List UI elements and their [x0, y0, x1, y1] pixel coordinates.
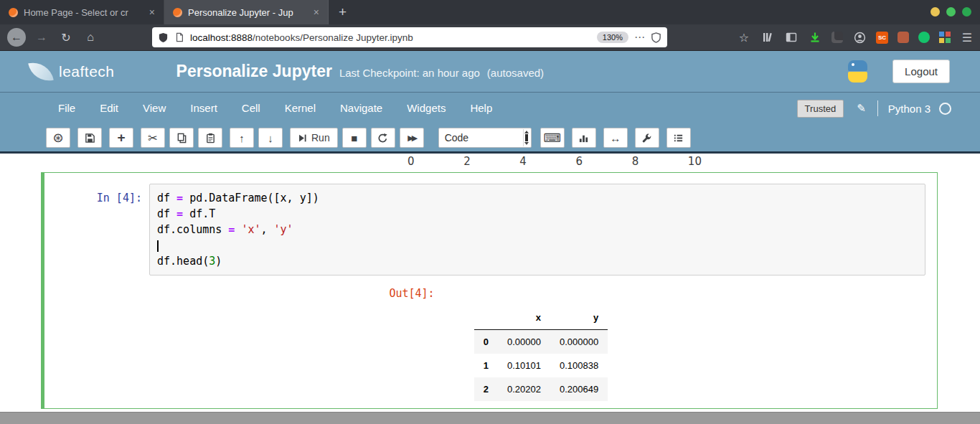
move-cell-down-button[interactable]: ↓: [258, 128, 283, 148]
extension-dark-icon[interactable]: [831, 32, 843, 43]
plot-x-axis-ticks: 0246810: [407, 155, 702, 168]
brand-name: leaftech: [59, 63, 115, 80]
extension-icon[interactable]: [897, 32, 909, 43]
code-line: df.head(3): [157, 253, 918, 269]
cut-cell-button[interactable]: ✂: [141, 128, 165, 148]
browser-nav-toolbar: ← → ↻ ⌂ localhost:8888/notebooks/Persona…: [0, 24, 980, 51]
add-cell-button[interactable]: +: [109, 128, 133, 148]
address-bar[interactable]: localhost:8888/notebooks/Personalize Jup…: [152, 27, 667, 47]
library-icon[interactable]: [760, 30, 775, 44]
hamburger-menu-icon[interactable]: ☰: [960, 30, 974, 44]
table-cell: 0.200649: [550, 377, 608, 401]
axis-tick: 4: [519, 155, 527, 168]
table-header-row: xy: [474, 306, 608, 330]
restart-kernel-button[interactable]: [371, 128, 395, 148]
browser-tab-bar: Home Page - Select or cr × Personalize J…: [0, 0, 980, 24]
menu-kernel[interactable]: Kernel: [273, 93, 328, 124]
jupyter-header: leaftech Personalize Jupyter Last Checkp…: [0, 51, 980, 93]
star-icon[interactable]: ☆: [737, 30, 751, 44]
autosave-status: (autosaved): [487, 67, 544, 79]
code-line: df.columns = 'x', 'y': [157, 222, 918, 237]
interrupt-kernel-button[interactable]: ■: [342, 128, 367, 148]
page-info-icon[interactable]: [174, 32, 184, 42]
paste-cell-button[interactable]: [198, 128, 222, 148]
menu-insert[interactable]: Insert: [178, 93, 230, 124]
tab-title: Personalize Jupyter - Jup: [188, 7, 306, 18]
trusted-button[interactable]: Trusted: [797, 100, 844, 118]
table-row: 00.000000.000000: [474, 330, 608, 354]
extension-sc-icon[interactable]: SC: [876, 32, 888, 44]
window-minimize-button[interactable]: [930, 7, 940, 17]
chart-extension-button[interactable]: [572, 128, 596, 148]
run-play-icon: [298, 133, 307, 143]
code-editor[interactable]: df = pd.DataFrame([x, y])df = df.Tdf.col…: [149, 184, 925, 275]
save-button[interactable]: [77, 128, 102, 148]
apps-grid-icon[interactable]: [939, 32, 951, 43]
brand-logo[interactable]: leaftech: [30, 61, 115, 83]
menu-help[interactable]: Help: [458, 93, 504, 124]
notebook-title[interactable]: Personalize Jupyter: [176, 62, 332, 81]
input-prompt: In [4]:: [44, 184, 149, 206]
table-column-header: y: [550, 306, 608, 330]
tracking-protection-shield-icon[interactable]: [158, 32, 169, 43]
menu-widgets[interactable]: Widgets: [395, 93, 458, 124]
url-text[interactable]: localhost:8888/notebooks/Personalize Jup…: [190, 32, 591, 43]
forward-button[interactable]: →: [33, 29, 50, 46]
table-body: 00.000000.00000010.101010.10083820.20202…: [474, 330, 608, 402]
notebook-title-block: Personalize Jupyter Last Checkpoint: an …: [176, 62, 545, 81]
restart-run-all-button[interactable]: ▶▶: [400, 128, 424, 148]
zoom-level-badge[interactable]: 130%: [597, 32, 628, 43]
axis-tick: 6: [576, 155, 583, 168]
extension-grammarly-icon[interactable]: [918, 32, 930, 43]
kernel-status-icon: [939, 103, 951, 115]
new-tab-button[interactable]: +: [329, 4, 357, 20]
toc-extension-button[interactable]: [666, 128, 691, 148]
axis-tick: 8: [632, 155, 639, 168]
jupyter-favicon-icon: [9, 8, 18, 17]
select-scrollbar[interactable]: [523, 129, 530, 146]
menu-navigate[interactable]: Navigate: [328, 93, 395, 124]
tab-title: Home Page - Select or cr: [24, 7, 142, 18]
tab-home-page[interactable]: Home Page - Select or cr ×: [0, 0, 164, 24]
back-button[interactable]: ←: [7, 28, 26, 47]
page-background-strip: [0, 412, 980, 424]
table-row: 10.101010.100838: [474, 354, 608, 377]
bookmark-shield-icon[interactable]: [651, 32, 661, 43]
axis-tick: 0: [407, 155, 415, 168]
menu-items: FileEditViewInsertCellKernelNavigateWidg…: [46, 93, 504, 124]
download-icon[interactable]: [808, 30, 822, 44]
settings-gear-button[interactable]: ⊛: [46, 128, 70, 148]
window-maximize-button[interactable]: [946, 7, 956, 17]
screen: { "browser": { "tabs": [ { "title": "Hom…: [0, 0, 980, 424]
tab-personalize-jupyter[interactable]: Personalize Jupyter - Jup ×: [164, 0, 329, 24]
sidebar-icon[interactable]: [784, 30, 798, 44]
reload-button[interactable]: ↻: [57, 29, 75, 46]
window-close-button[interactable]: [962, 7, 971, 17]
move-cell-up-button[interactable]: ↑: [230, 128, 254, 148]
tools-extension-button[interactable]: [635, 128, 659, 148]
copy-cell-button[interactable]: [169, 128, 194, 148]
close-tab-icon[interactable]: ×: [312, 6, 321, 18]
menu-file[interactable]: File: [46, 93, 88, 124]
menu-cell[interactable]: Cell: [230, 93, 273, 124]
table-cell: 0.20202: [498, 377, 550, 401]
command-palette-button[interactable]: ⌨: [540, 128, 565, 148]
url-host: localhost:8888: [190, 32, 253, 43]
output-prompt: Out[4]:: [389, 287, 434, 300]
divider: [877, 100, 878, 116]
code-cell[interactable]: In [4]: df = pd.DataFrame([x, y])df = df…: [41, 172, 938, 409]
run-cell-button[interactable]: Run: [290, 128, 338, 148]
menu-view[interactable]: View: [131, 93, 178, 124]
table-cell: 0.00000: [498, 330, 550, 354]
home-button[interactable]: ⌂: [82, 29, 99, 46]
account-icon[interactable]: [852, 30, 867, 44]
close-tab-icon[interactable]: ×: [148, 6, 156, 18]
cell-type-select[interactable]: Code: [438, 128, 532, 148]
edit-title-pencil-icon[interactable]: ✎: [857, 102, 866, 115]
menu-edit[interactable]: Edit: [88, 93, 131, 124]
run-label: Run: [311, 132, 330, 143]
logout-button[interactable]: Logout: [892, 60, 950, 83]
resize-extension-button[interactable]: ↔: [603, 128, 628, 148]
page-actions-icon[interactable]: ⋯: [634, 31, 645, 44]
text-cursor: [157, 240, 159, 252]
